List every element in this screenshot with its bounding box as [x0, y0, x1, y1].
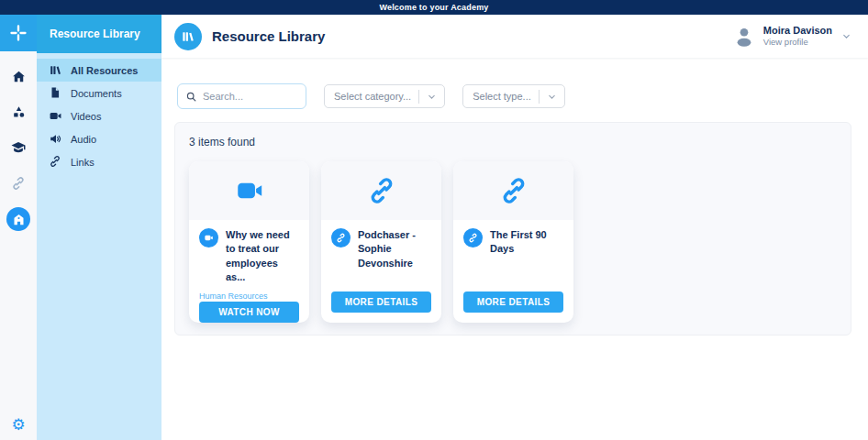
resource-card-grid: Why we need to treat our employees as...…	[189, 161, 837, 323]
sidebar-item-label: Audio	[71, 134, 96, 145]
search-box[interactable]	[177, 83, 306, 109]
shapes-icon[interactable]	[6, 100, 30, 124]
sidebar-item-label: Links	[71, 157, 95, 168]
main-area: Resource Library Moira Davison View prof…	[161, 15, 868, 440]
video-camera-icon	[49, 109, 62, 123]
chevron-down-icon	[547, 92, 557, 102]
card-category-tag	[463, 263, 563, 273]
link-icon	[331, 228, 351, 248]
more-details-button[interactable]: MORE DETAILS	[331, 292, 431, 313]
card-media	[321, 161, 441, 220]
search-icon	[185, 91, 197, 103]
view-profile-link[interactable]: View profile	[763, 37, 832, 48]
academy-building-icon[interactable]	[6, 207, 30, 231]
sidebar-resource-library: Resource Library All Resources Documents	[37, 15, 161, 440]
chevron-down-icon	[841, 31, 851, 41]
results-count: 3 items found	[189, 136, 837, 148]
card-media	[453, 161, 573, 220]
user-profile-menu[interactable]: Moira Davison View profile	[732, 25, 851, 49]
rail-nav	[6, 64, 30, 231]
cross-logo-icon	[9, 24, 28, 42]
link-icon[interactable]	[6, 171, 30, 195]
graduation-cap-icon[interactable]	[6, 136, 30, 160]
card-media	[189, 161, 309, 220]
speaker-icon	[49, 132, 62, 146]
icon-rail: ⚙	[0, 15, 37, 440]
books-icon	[181, 29, 195, 44]
card-title: Podchaser - Sophie Devonshire	[358, 228, 431, 270]
resource-card-link[interactable]: The First 90 Days MORE DETAILS	[453, 161, 573, 323]
video-camera-icon	[199, 228, 218, 248]
video-camera-icon	[234, 175, 265, 206]
page-header: Resource Library Moira Davison View prof…	[161, 15, 868, 58]
chevron-down-icon	[427, 92, 437, 102]
card-category-tag: Human Resources	[199, 292, 299, 302]
profile-texts: Moira Davison View profile	[763, 25, 832, 49]
card-title-row: The First 90 Days	[463, 228, 563, 257]
avatar	[732, 25, 756, 49]
card-body: Why we need to treat our employees as...…	[189, 220, 309, 323]
user-name: Moira Davison	[763, 25, 832, 38]
results-panel: 3 items found	[174, 122, 851, 336]
sidebar-item-links[interactable]: Links	[37, 150, 161, 173]
sidebar-title: Resource Library	[50, 28, 140, 40]
welcome-text: Welcome to your Academy	[379, 3, 488, 12]
sidebar-item-label: Documents	[71, 88, 122, 99]
sidebar-item-videos[interactable]: Videos	[37, 104, 161, 127]
card-title: The First 90 Days	[490, 228, 563, 257]
select-divider	[539, 90, 540, 104]
page-title: Resource Library	[212, 28, 325, 44]
type-select-value: Select type...	[473, 91, 531, 102]
sidebar-item-all-resources[interactable]: All Resources	[37, 59, 161, 82]
resource-card-video[interactable]: Why we need to treat our employees as...…	[189, 161, 309, 323]
type-select[interactable]: Select type...	[462, 84, 565, 108]
more-details-button[interactable]: MORE DETAILS	[463, 292, 563, 313]
link-icon	[49, 155, 62, 169]
category-select-value: Select category...	[334, 91, 411, 102]
card-title: Why we need to treat our employees as...	[226, 228, 299, 285]
sidebar-item-label: Videos	[71, 111, 101, 122]
card-title-row: Podchaser - Sophie Devonshire	[331, 228, 431, 270]
app-logo[interactable]	[0, 15, 37, 51]
books-icon	[49, 63, 62, 77]
link-icon	[367, 176, 396, 205]
sidebar-item-documents[interactable]: Documents	[37, 82, 161, 104]
resource-card-link[interactable]: Podchaser - Sophie Devonshire MORE DETAI…	[321, 161, 441, 323]
category-select[interactable]: Select category...	[324, 84, 445, 108]
card-body: The First 90 Days MORE DETAILS	[453, 220, 573, 323]
search-input[interactable]	[203, 91, 298, 102]
link-icon	[499, 176, 529, 205]
filter-bar: Select category... Select type...	[177, 83, 868, 109]
sidebar-menu: All Resources Documents Videos	[37, 53, 161, 173]
document-icon	[49, 86, 62, 100]
sidebar-title-bar: Resource Library	[37, 15, 161, 53]
sidebar-item-label: All Resources	[71, 65, 138, 76]
watch-now-button[interactable]: WATCH NOW	[199, 302, 299, 323]
welcome-banner: Welcome to your Academy	[0, 0, 868, 15]
card-title-row: Why we need to treat our employees as...	[199, 228, 299, 285]
card-category-tag	[331, 277, 431, 287]
gear-icon[interactable]: ⚙	[11, 417, 25, 433]
link-icon	[463, 228, 483, 248]
select-divider	[418, 90, 419, 104]
home-icon[interactable]	[6, 64, 30, 88]
page-icon-circle	[174, 23, 202, 50]
sidebar-item-audio[interactable]: Audio	[37, 127, 161, 150]
card-body: Podchaser - Sophie Devonshire MORE DETAI…	[321, 220, 441, 323]
